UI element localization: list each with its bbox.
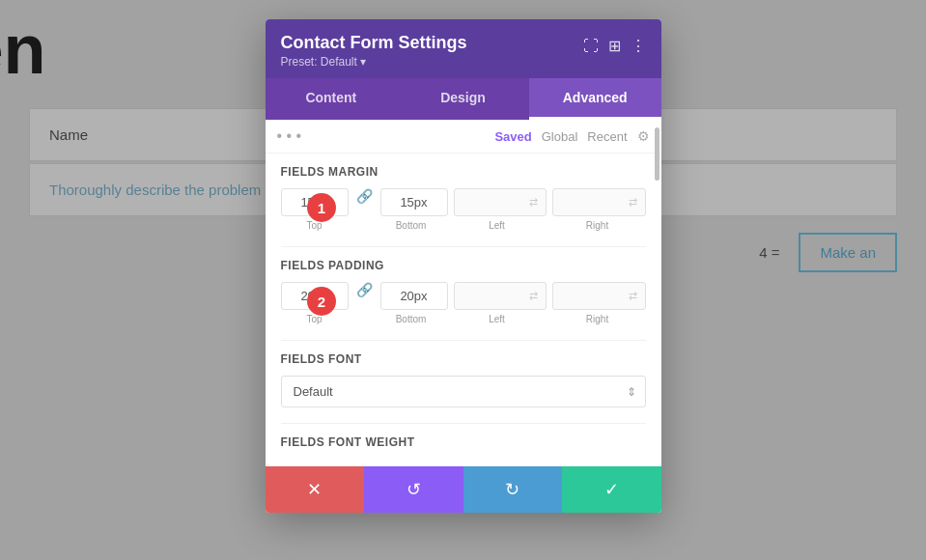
padding-left-input[interactable]: ⇄: [454, 282, 547, 310]
tab-advanced[interactable]: Advanced: [529, 78, 661, 120]
step-badge-2: 2: [307, 287, 336, 316]
fields-font-weight-section: Fields Font Weight: [266, 424, 661, 466]
margin-bottom-label: Bottom: [378, 220, 445, 231]
styles-global[interactable]: Global: [542, 129, 578, 144]
fullscreen-icon[interactable]: ⛶: [583, 38, 599, 55]
columns-icon[interactable]: ⊞: [608, 37, 621, 55]
styles-dots: • • •: [277, 127, 302, 145]
styles-saved[interactable]: Saved: [494, 129, 531, 144]
padding-link-icon[interactable]: 🔗: [352, 282, 377, 310]
fields-padding-title: Fields Padding: [281, 259, 646, 272]
reset-button[interactable]: ↺: [364, 466, 463, 513]
redo-button[interactable]: ↻: [463, 466, 563, 513]
fields-margin-title: Fields Margin: [281, 165, 646, 179]
margin-top-label: Top: [281, 220, 349, 231]
modal-overlay: Contact Form Settings Preset: Default ▾ …: [0, 0, 926, 560]
save-button[interactable]: ✓: [562, 466, 661, 513]
modal-title: Contact Form Settings: [281, 33, 467, 53]
fields-font-weight-title: Fields Font Weight: [281, 435, 646, 449]
styles-bar: • • • Saved Global Recent ⚙: [266, 120, 661, 154]
step-badge-1: 1: [307, 193, 336, 222]
padding-right-label: Right: [549, 314, 646, 324]
padding-right-link-icon: ⇄: [629, 290, 637, 302]
modal-header-left: Contact Form Settings Preset: Default ▾: [281, 33, 467, 69]
modal-tabs: Content Design Advanced: [266, 78, 661, 120]
padding-right-input[interactable]: ⇄: [552, 282, 646, 310]
modal-header: Contact Form Settings Preset: Default ▾ …: [266, 19, 661, 78]
padding-bottom-label: Bottom: [378, 314, 445, 324]
margin-left-link-icon: ⇄: [529, 196, 538, 209]
margin-right-link-icon: ⇄: [629, 196, 637, 209]
padding-left-label: Left: [449, 314, 546, 324]
font-select[interactable]: Default: [281, 376, 646, 407]
padding-bottom-input[interactable]: [380, 282, 448, 310]
tab-design[interactable]: Design: [397, 78, 529, 120]
fields-font-title: Fields Font: [281, 352, 646, 366]
font-select-wrapper: Default ⇕: [281, 376, 646, 407]
margin-left-input[interactable]: ⇄: [454, 188, 547, 216]
modal-panel: Contact Form Settings Preset: Default ▾ …: [266, 19, 661, 513]
more-icon[interactable]: ⋮: [631, 37, 646, 55]
gear-icon[interactable]: ⚙: [637, 128, 650, 144]
modal-preset[interactable]: Preset: Default ▾: [281, 55, 467, 69]
margin-right-input[interactable]: ⇄: [552, 188, 646, 216]
tab-content[interactable]: Content: [266, 78, 398, 120]
padding-top-label: Top: [281, 314, 349, 324]
margin-bottom-input[interactable]: [380, 188, 448, 216]
margin-left-label: Left: [449, 220, 546, 231]
padding-left-link-icon: ⇄: [529, 290, 538, 302]
modal-footer: ✕ ↺ ↻ ✓: [266, 466, 661, 513]
fields-font-section: Fields Font Default ⇕: [266, 341, 661, 423]
padding-labels-row: Top Bottom Left Right: [281, 314, 646, 324]
margin-link-icon[interactable]: 🔗: [352, 188, 377, 216]
margin-right-label: Right: [549, 220, 646, 231]
cancel-button[interactable]: ✕: [266, 466, 365, 513]
modal-header-icons: ⛶ ⊞ ⋮: [583, 37, 646, 55]
margin-labels-row: Top Bottom Left Right: [281, 220, 646, 231]
styles-recent[interactable]: Recent: [587, 129, 627, 144]
